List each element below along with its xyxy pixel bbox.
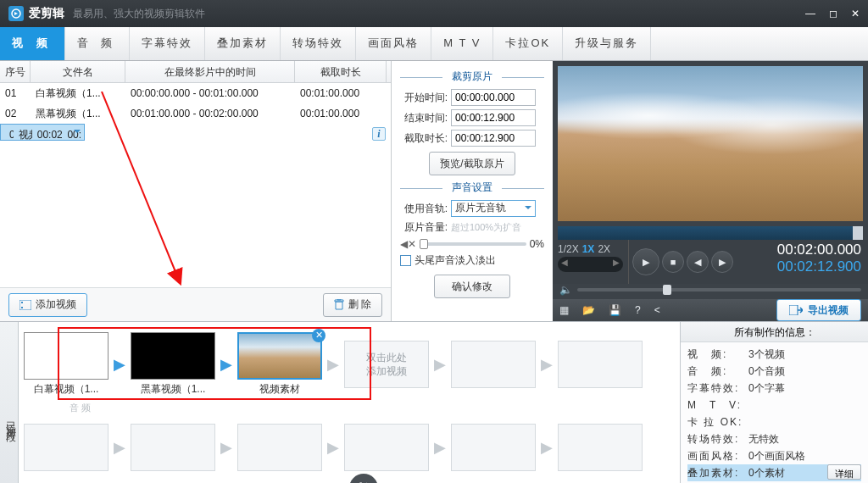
info-title: 所有制作的信息： xyxy=(681,322,868,342)
th-dur: 截取时长 xyxy=(295,61,387,82)
arrow-icon: ▶ xyxy=(434,355,446,374)
empty-audio-slot[interactable] xyxy=(558,424,643,471)
empty-audio-slot[interactable] xyxy=(131,424,215,471)
fade-checkbox[interactable]: 头尾声音淡入淡出 xyxy=(400,253,544,268)
arrow-icon: ▶ xyxy=(541,355,553,374)
settings-panel: 裁剪原片 开始时间: 结束时间: 截取时长: 预览/截取原片 声音设置 使用音轨… xyxy=(392,61,553,321)
speaker-icon[interactable]: 🔈 xyxy=(559,284,572,296)
delete-button[interactable]: 删 除 xyxy=(323,293,382,317)
tab-karaoke[interactable]: 卡拉OK xyxy=(493,27,563,60)
th-no: 序号 xyxy=(0,61,31,82)
audio-track-select[interactable]: 原片无音轨 xyxy=(451,200,536,217)
clip-table-body: 01 白幕视频（1... 00:00:00.000 - 00:01:00.000… xyxy=(0,83,391,287)
tab-subtitle[interactable]: 字幕特效 xyxy=(130,27,205,60)
tab-video[interactable]: 视 频 xyxy=(0,27,65,60)
arrow-icon: ▶ xyxy=(327,355,339,374)
tab-style[interactable]: 画面风格 xyxy=(356,27,431,60)
preview-panel: 1/2X1X2X ▶ ■ ◀ ▶ 00:02:00.000 00:02:12.9… xyxy=(553,61,868,321)
add-video-button[interactable]: 添加视频 xyxy=(8,293,87,317)
trim-section-title: 裁剪原片 xyxy=(400,69,544,84)
save-icon[interactable]: 💾 xyxy=(609,304,621,316)
timeline-clip[interactable]: 黑幕视频（1... xyxy=(131,332,215,397)
speed-control[interactable]: 1/2X1X2X xyxy=(553,240,629,284)
maximize-button[interactable]: ◻ xyxy=(829,8,837,19)
preview-trim-button[interactable]: 预览/截取原片 xyxy=(429,152,515,175)
minimize-button[interactable]: — xyxy=(805,8,815,19)
empty-audio-slot[interactable] xyxy=(451,424,536,471)
end-time-input[interactable] xyxy=(451,109,536,126)
add-clip-placeholder[interactable]: 双击此处 添加视频 xyxy=(344,341,429,388)
timecode-current: 00:02:00.000 xyxy=(777,242,861,258)
table-row[interactable]: 01 白幕视频（1... 00:00:00.000 - 00:01:00.000… xyxy=(0,83,391,103)
clip-table-header: 序号 文件名 在最终影片中的时间 截取时长 xyxy=(0,61,391,83)
sound-section-title: 声音设置 xyxy=(400,180,544,195)
prev-frame-button[interactable]: ◀ xyxy=(687,251,709,273)
app-title: 爱剪辑 xyxy=(29,6,64,21)
start-time-input[interactable] xyxy=(451,89,536,106)
empty-audio-slot[interactable] xyxy=(344,424,429,471)
svg-rect-5 xyxy=(789,305,798,315)
tab-audio[interactable]: 音 频 xyxy=(65,27,131,60)
app-logo-icon xyxy=(8,6,24,21)
svg-rect-4 xyxy=(21,307,23,308)
film-icon xyxy=(19,300,31,310)
table-row[interactable]: 02 黑幕视频（1... 00:01:00.000 - 00:02:00.000… xyxy=(0,103,391,124)
svg-rect-2 xyxy=(19,300,31,310)
timecode-total: 00:02:12.900 xyxy=(777,258,861,275)
th-name: 文件名 xyxy=(31,61,125,82)
export-icon xyxy=(789,305,803,315)
remove-clip-icon[interactable]: ✕ xyxy=(312,329,326,342)
export-video-button[interactable]: 导出视频 xyxy=(776,299,861,321)
close-button[interactable]: ✕ xyxy=(851,8,860,19)
table-row[interactable]: 03 视频素材 00:02:00.000 - 00:02:12.900 00:0… xyxy=(0,124,85,141)
info-panel: 所有制作的信息： 视 频:3个视频 音 频:0个音频 字幕特效:0个字幕 M T… xyxy=(680,322,868,483)
detail-button[interactable]: 详细 xyxy=(827,464,861,480)
duration-input[interactable] xyxy=(451,130,536,147)
seek-bar[interactable] xyxy=(558,226,863,240)
share-icon[interactable]: < xyxy=(654,304,660,316)
tab-transition[interactable]: 转场特效 xyxy=(281,27,356,60)
timeline-clip[interactable]: 白幕视频（1... xyxy=(24,332,108,397)
new-icon[interactable]: ▦ xyxy=(559,304,569,316)
svg-rect-3 xyxy=(21,302,23,303)
arrow-icon: ▶ xyxy=(220,355,232,374)
arrow-icon: ▶ xyxy=(114,355,125,374)
audio-track-label: 音 频 xyxy=(70,402,91,414)
timeline-clip[interactable]: ✕视频素材 xyxy=(237,332,322,397)
jog-wheel[interactable] xyxy=(558,257,623,272)
trash-icon xyxy=(334,299,344,310)
preview-volume-slider[interactable] xyxy=(577,288,861,291)
title-bar: 爱剪辑 最易用、强大的视频剪辑软件 — ◻ ✕ xyxy=(0,0,868,27)
help-icon[interactable]: ? xyxy=(635,304,641,316)
empty-slot[interactable] xyxy=(451,341,536,388)
preview-viewport[interactable] xyxy=(558,66,863,221)
tab-upgrade[interactable]: 升级与服务 xyxy=(563,27,651,60)
app-subtitle: 最易用、强大的视频剪辑软件 xyxy=(73,7,205,21)
timeline-side-label: 已添加片段 xyxy=(0,322,19,483)
tab-overlay[interactable]: 叠加素材 xyxy=(205,27,281,60)
empty-audio-slot[interactable] xyxy=(237,424,322,471)
play-button[interactable]: ▶ xyxy=(632,248,659,275)
info-icon[interactable]: i xyxy=(372,127,386,141)
open-icon[interactable]: 📂 xyxy=(582,304,595,316)
volume-slider[interactable] xyxy=(420,242,526,246)
confirm-button[interactable]: 确认修改 xyxy=(434,275,510,298)
th-time: 在最终影片中的时间 xyxy=(125,61,295,82)
timeline-track: 白幕视频（1... ▶ 黑幕视频（1... ▶ ✕视频素材 ▶ 双击此处 添加视… xyxy=(19,322,680,483)
main-tabs: 视 频 音 频 字幕特效 叠加素材 转场特效 画面风格 M T V 卡拉OK 升… xyxy=(0,27,868,61)
empty-audio-slot[interactable] xyxy=(24,424,108,471)
next-frame-button[interactable]: ▶ xyxy=(711,251,733,273)
mute-icon[interactable]: ◀✕ xyxy=(400,238,416,250)
tab-mtv[interactable]: M T V xyxy=(431,27,493,60)
empty-slot[interactable] xyxy=(558,341,643,388)
stop-button[interactable]: ■ xyxy=(662,251,684,273)
